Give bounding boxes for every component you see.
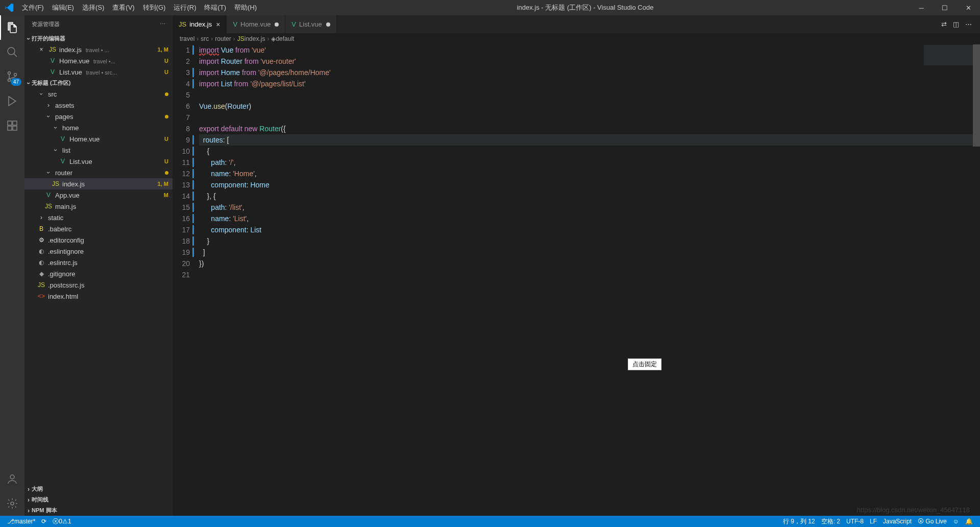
status-bar: ⎇ master* ⟳ ⓧ 0 ⚠ 1 行 9，列 12 空格: 2 UTF-8… <box>0 516 980 527</box>
breadcrumb-item[interactable]: router <box>215 35 231 42</box>
menu-item[interactable]: 选择(S) <box>78 3 108 12</box>
open-editor-item[interactable]: VList.vue travel • src...U <box>24 66 173 78</box>
status-feedback[interactable]: ☺ <box>950 518 962 525</box>
code-area[interactable]: 123456789101112131415161718192021 import… <box>173 44 980 516</box>
run-debug-icon[interactable] <box>0 89 24 113</box>
breadcrumb[interactable]: travel›src›router›JS index.js›◈ default <box>173 33 980 44</box>
svg-point-1 <box>8 72 11 75</box>
tree-item[interactable]: assets <box>24 100 173 111</box>
tree-item[interactable]: list <box>24 145 173 156</box>
minimap[interactable] <box>924 45 973 147</box>
status-sync[interactable]: ⟳ <box>38 518 50 525</box>
search-icon[interactable] <box>0 40 24 64</box>
tree-item[interactable]: ◐.eslintignore <box>24 246 173 257</box>
breadcrumb-item[interactable]: src <box>201 35 209 42</box>
more-icon[interactable]: ⋯ <box>965 20 972 28</box>
maximize-button[interactable]: ☐ <box>933 0 957 15</box>
menu-item[interactable]: 查看(V) <box>108 3 138 12</box>
compare-icon[interactable]: ⇄ <box>941 20 947 28</box>
status-bell[interactable]: 🔔 <box>962 518 976 525</box>
status-spaces[interactable]: 空格: 2 <box>818 517 843 526</box>
sidebar-section[interactable]: 时间线 <box>24 494 173 505</box>
open-editors-section[interactable]: 打开的编辑器 <box>24 33 173 44</box>
status-eol[interactable]: LF <box>867 518 880 525</box>
settings-gear-icon[interactable] <box>0 491 24 516</box>
tree-item[interactable]: ⚙.editorconfig <box>24 234 173 246</box>
modified-dot-icon <box>165 171 168 175</box>
extensions-icon[interactable] <box>0 113 24 138</box>
svg-point-2 <box>8 79 11 82</box>
sidebar-section[interactable]: NPM 脚本 <box>24 505 173 516</box>
status-golive[interactable]: ⦿ Go Live <box>915 518 950 525</box>
dirty-dot-icon <box>275 22 279 27</box>
file-icon: JS <box>37 281 46 289</box>
file-icon: V <box>48 57 57 64</box>
minimize-button[interactable]: ─ <box>910 0 933 15</box>
status-language[interactable]: JavaScript <box>880 518 915 525</box>
chevron-icon <box>44 169 53 176</box>
menu-bar: 文件(F)编辑(E)选择(S)查看(V)转到(G)运行(R)终端(T)帮助(H) <box>18 3 261 12</box>
menu-item[interactable]: 文件(F) <box>18 3 48 12</box>
chevron-icon <box>37 214 46 221</box>
open-editor-item[interactable]: ×JSindex.js travel • ... 1, M <box>24 44 173 55</box>
more-icon[interactable]: ⋯ <box>160 21 165 28</box>
tree-item[interactable]: ◆.gitignore <box>24 268 173 279</box>
file-icon: JS <box>48 46 57 53</box>
file-icon: V <box>233 20 237 28</box>
tree-item[interactable]: VApp.vueM <box>24 189 173 201</box>
menu-item[interactable]: 编辑(E) <box>48 3 78 12</box>
source-control-icon[interactable]: 47 <box>0 64 24 89</box>
status-encoding[interactable]: UTF-8 <box>843 518 867 525</box>
editor: JSindex.js×VHome.vueVList.vue⇄◫⋯ travel›… <box>173 15 980 516</box>
tree-item[interactable]: pages <box>24 111 173 122</box>
menu-item[interactable]: 帮助(H) <box>230 3 261 12</box>
status-position[interactable]: 行 9，列 12 <box>780 517 818 526</box>
modified-dot-icon <box>165 115 168 118</box>
svg-rect-6 <box>13 126 17 130</box>
split-icon[interactable]: ◫ <box>953 20 959 28</box>
open-editor-item[interactable]: VHome.vue travel •...U <box>24 55 173 66</box>
menu-item[interactable]: 终端(T) <box>200 3 230 12</box>
workspace-section[interactable]: 无标题 (工作区) <box>24 78 173 88</box>
explorer-icon[interactable] <box>0 15 24 40</box>
sidebar-section[interactable]: 大纲 <box>24 484 173 494</box>
close-button[interactable]: ✕ <box>957 0 980 15</box>
chevron-icon <box>51 124 60 131</box>
close-icon[interactable]: × <box>216 20 220 29</box>
chevron-icon <box>37 90 46 98</box>
chevron-icon <box>44 113 53 120</box>
file-icon: JS <box>51 180 60 187</box>
tree-item[interactable]: router <box>24 167 173 178</box>
chevron-icon <box>44 102 53 109</box>
tree-item[interactable]: JS.postcssrc.js <box>24 279 173 291</box>
svg-rect-5 <box>8 126 12 130</box>
menu-item[interactable]: 运行(R) <box>169 3 200 12</box>
tree-item[interactable]: JSmain.js <box>24 201 173 212</box>
tree-item[interactable]: B.babelrc <box>24 223 173 234</box>
file-icon: V <box>58 158 67 165</box>
svg-point-0 <box>8 47 15 55</box>
account-icon[interactable] <box>0 467 24 491</box>
scrollbar-vertical[interactable] <box>973 44 980 516</box>
menu-item[interactable]: 转到(G) <box>139 3 170 12</box>
breadcrumb-item[interactable]: default <box>276 35 294 42</box>
tree-item[interactable]: JSindex.js1, M <box>24 178 173 189</box>
editor-tab[interactable]: VHome.vue <box>227 15 285 33</box>
breadcrumb-item[interactable]: index.js <box>244 35 265 42</box>
tree-item[interactable]: static <box>24 212 173 223</box>
status-problems[interactable]: ⓧ 0 ⚠ 1 <box>50 517 74 526</box>
tree-item[interactable]: src <box>24 88 173 100</box>
close-icon[interactable]: × <box>37 46 46 53</box>
dirty-dot-icon <box>326 22 330 27</box>
tree-item[interactable]: <>index.html <box>24 291 173 302</box>
tree-item[interactable]: ◐.eslintrc.js <box>24 257 173 268</box>
window-title: index.js - 无标题 (工作区) - Visual Studio Cod… <box>261 3 910 12</box>
editor-tab[interactable]: JSindex.js× <box>173 15 227 33</box>
tree-item[interactable]: VList.vueU <box>24 156 173 167</box>
editor-tab[interactable]: VList.vue <box>285 15 336 33</box>
tree-item[interactable]: VHome.vueU <box>24 133 173 145</box>
status-branch[interactable]: ⎇ master* <box>4 518 38 525</box>
breadcrumb-item[interactable]: travel <box>180 35 194 42</box>
tree-item[interactable]: home <box>24 122 173 133</box>
file-icon: V <box>58 135 67 142</box>
